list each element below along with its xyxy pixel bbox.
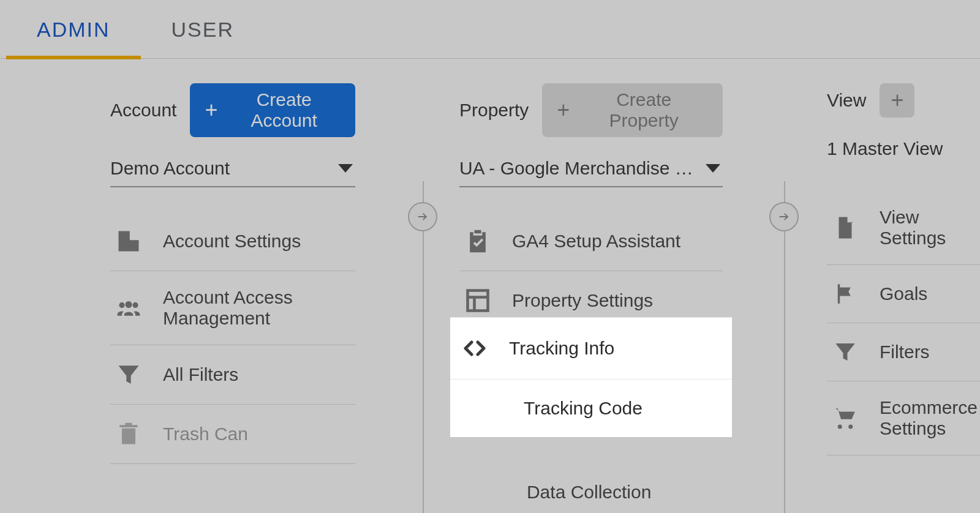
view-items: View Settings Goals Filters	[827, 191, 980, 455]
view-selected: 1 Master View	[827, 138, 943, 159]
layout-icon	[462, 287, 494, 314]
ecommerce-settings-item[interactable]: Ecommerce Settings	[827, 381, 980, 455]
account-selector[interactable]: Demo Account	[110, 151, 355, 187]
create-property-button[interactable]: + Create Property	[542, 83, 723, 137]
item-label: GA4 Setup Assistant	[512, 231, 680, 252]
view-header: View +	[827, 83, 980, 118]
item-label: Ecommerce Settings	[880, 397, 978, 439]
filter-icon	[113, 361, 145, 388]
view-column: View + 1 Master View View Settings	[827, 83, 980, 513]
account-label: Account	[110, 100, 176, 121]
item-label: Filters	[880, 342, 930, 362]
account-header: Account + Create Account	[110, 83, 355, 137]
view-settings-item[interactable]: View Settings	[827, 191, 980, 265]
tab-admin[interactable]: ADMIN	[37, 0, 110, 59]
item-label: All Filters	[163, 364, 238, 385]
tabs: ADMIN USER	[0, 0, 980, 59]
property-label: Property	[459, 100, 529, 121]
columns: Account + Create Account Demo Account Ac…	[0, 59, 980, 513]
item-label: Goals	[880, 283, 927, 304]
account-access-management-item[interactable]: Account Access Management	[110, 271, 355, 345]
tracking-code-item[interactable]: Tracking Code	[450, 380, 732, 437]
plus-icon: +	[891, 89, 903, 111]
caret-down-icon	[706, 164, 720, 173]
view-label: View	[827, 90, 866, 111]
goals-item[interactable]: Goals	[827, 265, 980, 323]
property-selected: UA - Google Merchandise Sto…	[459, 158, 698, 179]
create-property-label: Create Property	[579, 89, 708, 131]
filter-icon	[829, 339, 861, 365]
view-selector[interactable]: 1 Master View	[827, 131, 980, 167]
move-account-button[interactable]	[408, 202, 437, 231]
caret-down-icon	[338, 164, 353, 173]
people-icon	[113, 294, 145, 321]
item-label: Tracking Code	[524, 398, 643, 419]
property-header: Property + Create Property	[459, 83, 723, 137]
account-column: Account + Create Account Demo Account Ac…	[110, 83, 355, 513]
create-account-label: Create Account	[227, 89, 341, 131]
item-label: Account Settings	[163, 231, 301, 252]
item-label: Account Access Management	[163, 287, 353, 329]
move-property-button[interactable]	[769, 202, 799, 231]
item-label: Trash Can	[163, 424, 248, 444]
property-selector[interactable]: UA - Google Merchandise Sto…	[459, 151, 723, 187]
admin-page: ADMIN USER Account + Create Account Demo…	[0, 0, 980, 513]
tracking-info-highlight: Tracking Info Tracking Code	[450, 317, 732, 437]
tracking-info-item[interactable]: Tracking Info	[450, 318, 732, 380]
item-label: Data Collection	[527, 482, 651, 503]
trash-icon	[113, 421, 145, 447]
create-view-button[interactable]: +	[880, 83, 914, 118]
filters-item[interactable]: Filters	[827, 323, 980, 381]
arrow-right-icon	[777, 210, 791, 223]
document-icon	[829, 215, 861, 241]
all-filters-item[interactable]: All Filters	[110, 345, 355, 405]
account-settings-item[interactable]: Account Settings	[110, 212, 355, 271]
ga4-setup-assistant-item[interactable]: GA4 Setup Assistant	[459, 212, 723, 271]
clipboard-check-icon	[462, 228, 494, 255]
plus-icon: +	[205, 99, 217, 121]
account-selected: Demo Account	[110, 158, 230, 179]
create-account-button[interactable]: + Create Account	[190, 83, 355, 137]
cart-icon	[829, 405, 861, 431]
item-label: Property Settings	[512, 290, 653, 311]
arrow-right-icon	[416, 210, 429, 223]
account-items: Account Settings Account Access Manageme…	[110, 212, 355, 464]
tab-user[interactable]: USER	[172, 0, 234, 59]
property-column: Property + Create Property UA - Google M…	[459, 83, 723, 513]
flag-icon	[829, 281, 861, 307]
data-collection-item[interactable]: Data Collection	[459, 466, 723, 513]
code-icon	[459, 336, 491, 361]
plus-icon: +	[557, 99, 570, 121]
item-label: Tracking Info	[509, 338, 614, 359]
item-label: View Settings	[880, 207, 978, 249]
trash-can-item[interactable]: Trash Can	[110, 405, 355, 464]
building-icon	[113, 228, 145, 255]
